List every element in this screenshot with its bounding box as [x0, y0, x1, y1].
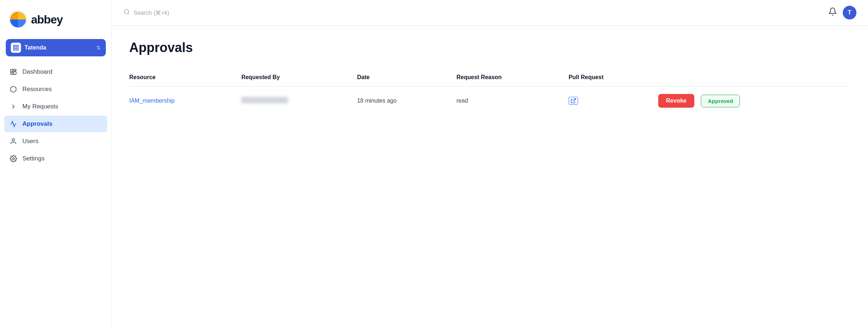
svg-point-11	[124, 9, 129, 14]
svg-line-13	[573, 99, 575, 101]
svg-rect-5	[11, 69, 13, 72]
resource-link[interactable]: IAM_membership	[129, 98, 174, 104]
sidebar-nav: Dashboard Resources My Requests	[0, 64, 112, 331]
action-buttons: Revoke Approved	[658, 94, 845, 108]
svg-rect-1	[13, 45, 15, 47]
sidebar-item-my-requests[interactable]: My Requests	[4, 98, 107, 115]
workspace-icon	[11, 43, 21, 53]
header: Search (⌘+k) T	[112, 0, 868, 26]
sidebar-item-label-users: Users	[22, 138, 38, 145]
column-header-reason: Request Reason	[456, 70, 568, 87]
svg-rect-4	[17, 48, 18, 50]
requested-by-cell	[241, 87, 357, 115]
svg-point-10	[13, 158, 14, 160]
logo-text: abbey	[31, 13, 62, 26]
resource-cell: IAM_membership	[129, 87, 241, 115]
approvals-icon	[9, 120, 17, 128]
sidebar-item-label-approvals: Approvals	[22, 120, 52, 128]
users-icon	[9, 137, 17, 145]
workspace-name: Tatenda	[25, 44, 93, 51]
sidebar-item-label-resources: Resources	[22, 86, 52, 93]
table-row: IAM_membership 18 minutes ago read	[129, 87, 851, 115]
svg-rect-6	[11, 73, 13, 75]
pull-request-cell	[569, 87, 658, 115]
sidebar-item-label-my-requests: My Requests	[22, 103, 58, 110]
approved-badge: Approved	[701, 95, 740, 107]
pull-request-link[interactable]	[569, 97, 578, 105]
date-cell: 18 minutes ago	[357, 87, 456, 115]
revoke-button[interactable]: Revoke	[658, 94, 695, 108]
settings-icon	[9, 155, 17, 163]
sidebar-item-resources[interactable]: Resources	[4, 81, 107, 98]
table-header-row: Resource Requested By Date Request Reaso…	[129, 70, 851, 87]
dashboard-icon	[9, 68, 17, 76]
column-header-actions	[658, 70, 851, 87]
sidebar-item-settings[interactable]: Settings	[4, 150, 107, 167]
sidebar: abbey Tatenda ⇅ Dashboard	[0, 0, 112, 331]
user-avatar[interactable]: T	[843, 6, 856, 20]
workspace-chevron-icon: ⇅	[96, 45, 101, 51]
actions-cell: Revoke Approved	[658, 87, 851, 115]
my-requests-icon	[9, 103, 17, 111]
main-content: Search (⌘+k) T Approvals Resource Reques…	[112, 0, 868, 331]
reason-cell: read	[456, 87, 568, 115]
svg-rect-3	[13, 48, 15, 50]
svg-point-9	[12, 139, 15, 141]
sidebar-item-approvals[interactable]: Approvals	[4, 116, 107, 132]
column-header-requested-by: Requested By	[241, 70, 357, 87]
approvals-table: Resource Requested By Date Request Reaso…	[129, 70, 851, 115]
search-placeholder-text: Search (⌘+k)	[134, 9, 169, 16]
resources-icon	[9, 85, 17, 93]
logo-area: abbey	[0, 0, 112, 36]
sidebar-item-users[interactable]: Users	[4, 133, 107, 150]
sidebar-item-label-dashboard: Dashboard	[22, 68, 52, 76]
abbey-logo-icon	[9, 10, 27, 29]
search-icon	[123, 9, 130, 17]
search-area[interactable]: Search (⌘+k)	[123, 9, 824, 17]
column-header-date: Date	[357, 70, 456, 87]
svg-line-12	[128, 13, 129, 14]
column-header-pull-request: Pull Request	[569, 70, 658, 87]
requested-by-value	[241, 97, 288, 103]
header-actions: T	[828, 6, 856, 20]
sidebar-item-label-settings: Settings	[22, 155, 44, 162]
svg-rect-8	[14, 72, 16, 74]
notifications-icon[interactable]	[828, 7, 837, 18]
svg-rect-7	[14, 69, 16, 71]
workspace-selector[interactable]: Tatenda ⇅	[6, 39, 106, 56]
sidebar-item-dashboard[interactable]: Dashboard	[4, 64, 107, 80]
page-title: Approvals	[129, 40, 851, 55]
page-content: Approvals Resource Requested By Date Req…	[112, 26, 868, 331]
column-header-resource: Resource	[129, 70, 241, 87]
svg-rect-2	[17, 45, 18, 47]
